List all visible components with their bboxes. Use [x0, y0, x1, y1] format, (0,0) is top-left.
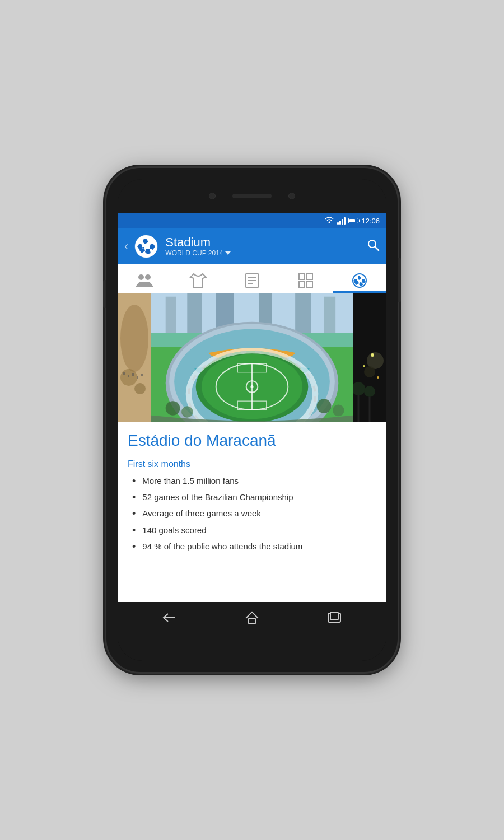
section-title: First six months	[128, 459, 376, 469]
tab-jersey[interactable]	[171, 264, 225, 293]
list-item: More than 1.5 million fans	[128, 475, 376, 488]
svg-point-72	[371, 353, 374, 357]
svg-marker-27	[358, 276, 361, 280]
svg-rect-22	[299, 274, 305, 279]
stadium-name: Estádio do Maracanã	[128, 431, 376, 450]
bottom-bezel	[118, 633, 386, 661]
gallery-right-image	[353, 293, 386, 422]
svg-point-17	[145, 274, 151, 280]
signal-icon	[337, 217, 346, 225]
svg-point-16	[138, 274, 144, 280]
svg-line-15	[375, 247, 379, 251]
app-logo	[134, 234, 158, 259]
status-bar: 12:06	[118, 213, 386, 228]
gallery-left-image	[118, 293, 151, 422]
svg-rect-39	[137, 376, 138, 379]
svg-point-35	[134, 383, 146, 394]
svg-point-0	[329, 221, 330, 223]
sensor	[288, 193, 295, 199]
svg-point-71	[364, 366, 375, 377]
svg-rect-44	[187, 293, 202, 333]
dropdown-arrow-icon[interactable]	[225, 251, 231, 255]
phone-device: 12:06 ‹	[106, 168, 398, 672]
app-title-block: Stadium WORLD CUP 2014	[165, 236, 366, 257]
stadium-info: Estádio do Maracanã First six months Mor…	[118, 422, 386, 566]
svg-marker-29	[359, 282, 363, 286]
back-button[interactable]: ‹	[124, 239, 128, 254]
stats-list: More than 1.5 million fans 52 games of t…	[128, 475, 376, 554]
front-camera	[209, 193, 216, 199]
svg-rect-38	[132, 373, 134, 376]
gallery-main-image	[151, 293, 353, 422]
search-button[interactable]	[366, 238, 380, 255]
svg-rect-40	[141, 374, 143, 376]
top-bezel	[118, 179, 386, 213]
tab-grid[interactable]	[279, 264, 333, 293]
svg-point-64	[317, 399, 332, 413]
svg-rect-36	[123, 372, 125, 375]
svg-point-33	[120, 305, 148, 372]
svg-marker-28	[362, 279, 366, 283]
status-time: 12:06	[361, 217, 380, 225]
svg-rect-43	[166, 297, 176, 333]
recents-nav-button[interactable]	[320, 606, 348, 629]
tab-team[interactable]	[118, 264, 171, 293]
svg-point-76	[364, 386, 375, 397]
app-bar: ‹	[118, 228, 386, 264]
image-gallery[interactable]	[118, 293, 386, 422]
svg-point-62	[166, 401, 180, 416]
svg-marker-31	[353, 279, 357, 283]
earpiece-speaker	[232, 194, 272, 198]
battery-icon	[348, 218, 358, 223]
back-nav-button[interactable]	[156, 606, 184, 629]
svg-rect-47	[295, 293, 311, 333]
volume-button[interactable]	[103, 280, 106, 308]
svg-rect-48	[324, 297, 336, 333]
list-item: 52 games of the Brazilian Championship	[128, 491, 376, 504]
svg-point-63	[181, 406, 193, 418]
svg-point-57	[250, 385, 253, 388]
home-nav-button[interactable]	[238, 606, 266, 629]
list-item: Average of three games a week	[128, 507, 376, 520]
bottom-nav	[118, 602, 386, 633]
svg-rect-25	[307, 282, 312, 287]
power-button[interactable]	[398, 258, 401, 302]
svg-point-74	[377, 376, 379, 379]
list-item: 94 % of the public who attends the stadi…	[128, 540, 376, 553]
svg-rect-37	[128, 375, 129, 377]
app-title: Stadium	[165, 236, 366, 249]
svg-rect-24	[299, 282, 305, 287]
app-subtitle: WORLD CUP 2014	[165, 249, 366, 257]
wifi-icon	[324, 216, 334, 226]
tab-bar	[118, 264, 386, 293]
list-item: 140 goals scored	[128, 524, 376, 537]
svg-rect-78	[249, 618, 255, 624]
svg-rect-80	[330, 612, 338, 620]
tab-ball[interactable]	[333, 264, 386, 293]
screen: 12:06 ‹	[118, 213, 386, 633]
tab-news[interactable]	[225, 264, 279, 293]
svg-point-65	[333, 405, 344, 417]
main-content: Estádio do Maracanã First six months Mor…	[118, 293, 386, 602]
svg-point-73	[363, 365, 365, 367]
svg-rect-23	[307, 274, 312, 279]
